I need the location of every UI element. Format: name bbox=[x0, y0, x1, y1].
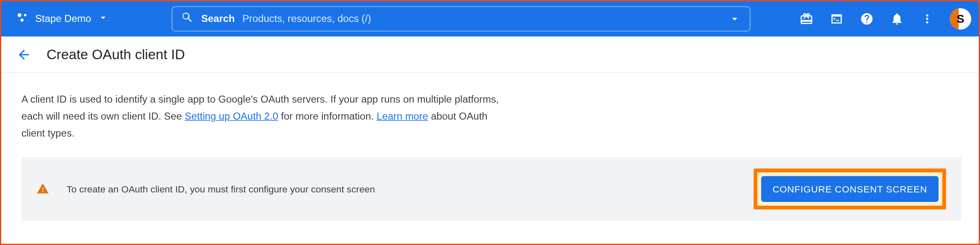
notice-text: To create an OAuth client ID, you must f… bbox=[67, 183, 736, 194]
search-bar[interactable]: Search Products, resources, docs (/) bbox=[172, 6, 750, 31]
search-placeholder: Products, resources, docs (/) bbox=[243, 13, 721, 24]
help-icon[interactable] bbox=[859, 11, 874, 26]
top-header: Stape Demo Search Products, resources, d… bbox=[1, 1, 980, 36]
svg-point-0 bbox=[18, 13, 22, 17]
svg-point-2 bbox=[20, 19, 24, 22]
consent-notice: To create an OAuth client ID, you must f… bbox=[22, 157, 961, 221]
search-label: Search bbox=[201, 13, 235, 24]
warning-icon bbox=[36, 183, 49, 195]
chevron-down-icon[interactable] bbox=[728, 12, 741, 25]
logo-icon bbox=[16, 11, 29, 26]
project-name: Stape Demo bbox=[35, 13, 91, 24]
more-icon[interactable] bbox=[920, 11, 934, 26]
back-arrow-icon[interactable] bbox=[16, 47, 31, 62]
page-title: Create OAuth client ID bbox=[46, 46, 185, 63]
chevron-down-icon bbox=[97, 12, 108, 26]
project-selector[interactable]: Stape Demo bbox=[11, 9, 114, 29]
learn-more-link[interactable]: Learn more bbox=[377, 111, 428, 122]
configure-consent-button[interactable]: CONFIGURE CONSENT SCREEN bbox=[761, 176, 939, 202]
description-text: A client ID is used to identify a single… bbox=[22, 91, 512, 142]
search-icon bbox=[181, 11, 194, 26]
svg-point-1 bbox=[24, 14, 26, 16]
content-area: A client ID is used to identify a single… bbox=[1, 73, 980, 238]
highlight-annotation: CONFIGURE CONSENT SCREEN bbox=[754, 168, 946, 209]
header-icons: S bbox=[799, 8, 971, 30]
gift-icon[interactable] bbox=[799, 11, 814, 26]
setup-oauth-link[interactable]: Setting up OAuth 2.0 bbox=[185, 111, 278, 122]
cloud-shell-icon[interactable] bbox=[829, 11, 844, 26]
avatar[interactable]: S bbox=[950, 8, 971, 30]
avatar-initial: S bbox=[957, 12, 964, 26]
subheader: Create OAuth client ID bbox=[1, 36, 980, 73]
notifications-icon[interactable] bbox=[889, 11, 904, 26]
